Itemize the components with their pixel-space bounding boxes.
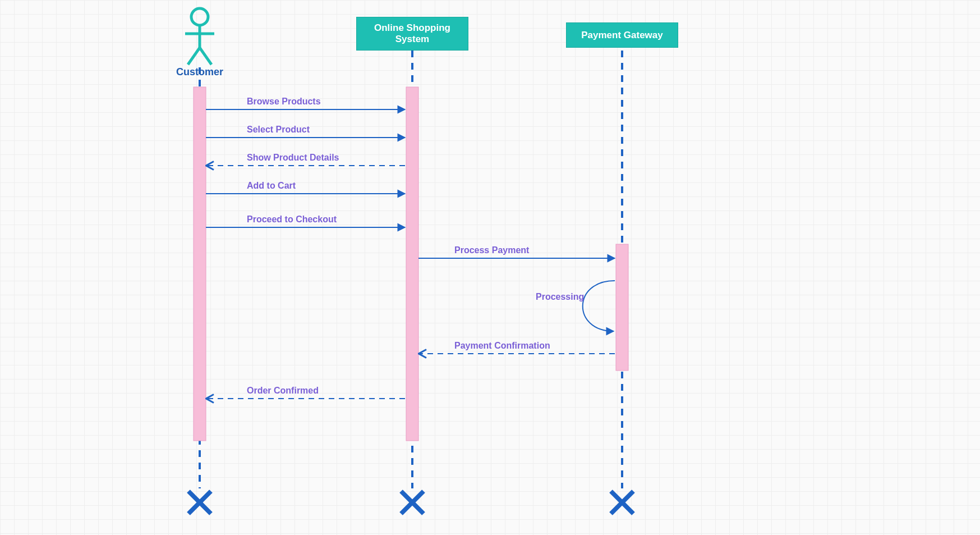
- svg-line-4: [200, 48, 211, 65]
- participant-label: Payment Gateway: [581, 30, 663, 41]
- msg-label: Payment Confirmation: [454, 341, 550, 351]
- msg-label: Processing: [536, 292, 584, 302]
- msg-label: Process Payment: [454, 245, 529, 255]
- activation-customer: [194, 87, 206, 441]
- participant-box-system: Online Shopping System: [356, 17, 468, 51]
- msg-label: Add to Cart: [247, 181, 296, 191]
- actor-icon: [185, 8, 214, 65]
- participant-box-gateway: Payment Gateway: [566, 22, 678, 48]
- msg-label: Show Product Details: [247, 153, 339, 163]
- svg-point-0: [191, 8, 208, 25]
- msg-label: Proceed to Checkout: [247, 214, 337, 225]
- activation-system: [406, 87, 418, 441]
- destruction-icon: [611, 491, 633, 514]
- destruction-icon: [188, 491, 211, 514]
- msg-label: Browse Products: [247, 97, 321, 107]
- msg-arrow-self: [583, 281, 615, 331]
- actor-label-customer: Customer: [172, 66, 228, 78]
- svg-line-3: [188, 48, 200, 65]
- destruction-icon: [401, 491, 424, 514]
- sequence-diagram-canvas: [0, 0, 980, 535]
- msg-label: Select Product: [247, 125, 310, 135]
- activation-gateway: [616, 244, 628, 371]
- msg-label: Order Confirmed: [247, 386, 319, 396]
- participant-label: Online Shopping System: [362, 22, 462, 45]
